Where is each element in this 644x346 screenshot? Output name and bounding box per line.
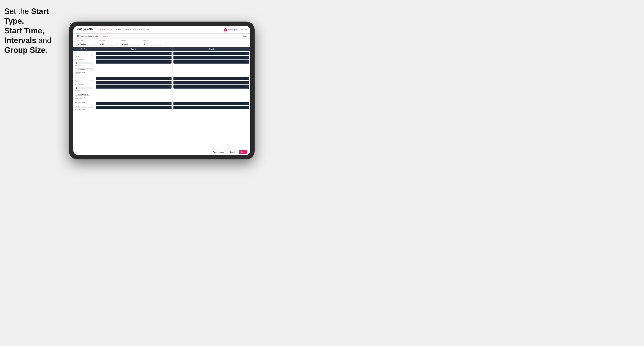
slot-expand-1-2[interactable]: ⊡ [169,57,171,59]
slot-expand-6-1[interactable]: ⊡ [247,103,248,104]
intervals-select[interactable]: 10 Minutes 8 Minutes 12 Minutes [121,43,140,45]
slot-expand-6-2[interactable]: ⊡ [247,107,248,108]
col-team1: Team 1 [95,47,172,51]
slot-expand-4-2[interactable]: ⊡ [247,82,248,84]
player-slot-4-1: ✕ ⊡ [174,77,250,80]
starting-hole-select-2[interactable]: 1210 [75,87,93,89]
slot-x-1-1[interactable]: ✕ [168,53,169,54]
slot-x-2-3[interactable]: ✕ [245,61,246,63]
slot-x-2-1[interactable]: ✕ [245,53,246,54]
remove-group-1[interactable]: ○ Remove Group [75,72,93,73]
nav-teams[interactable]: TEAMS [115,28,122,31]
slot-x-4-2[interactable]: ✕ [245,82,246,84]
slot-x-4-1[interactable]: ✕ [245,78,246,79]
navbar: SCOREBOARD Powered by clipp TOURNAMENTS … [73,26,250,34]
start-type-wrapper[interactable]: 1st Tee Start Shotgun Start [77,42,96,45]
nav-committee[interactable]: COMMITTEE [125,28,136,31]
group-size-group: Group Size 3 2 4 [143,40,162,45]
slot-x-5-2[interactable]: ✕ [168,107,169,108]
breadcrumb-separator: > [100,35,101,37]
start-time-wrapper[interactable]: 10:00 09:00 11:00 [99,42,118,45]
action-links-1: ○ Remove Group + Add Group [75,72,93,75]
add-group-2[interactable]: + Add Group [75,98,93,99]
slot-expand-2-3[interactable]: ⊡ [247,61,248,63]
nav-rankings[interactable]: RANKINGS [139,28,149,31]
starting-time-input-wrapper-2[interactable]: 🕐 [75,79,93,83]
back-button[interactable]: < Back [242,35,247,37]
slot-expand-5-1[interactable]: ⊡ [169,103,171,104]
starting-time-input-wrapper-3[interactable]: 🕐 [75,104,93,108]
intervals-wrapper[interactable]: 10 Minutes 8 Minutes 12 Minutes [121,42,140,45]
group-size-wrapper[interactable]: 3 2 4 [143,42,162,45]
starting-time-label-1: STARTING TIME: [75,52,93,54]
slot-expand-3-2[interactable]: ⊡ [169,82,171,84]
group-row-3: STARTING TIME: 🕐 STARTING HOLE: ✕ ⊡ [73,101,250,112]
player-slot-2-3: ✕ ⊡ [174,60,250,64]
slot-expand-5-2[interactable]: ⊡ [169,107,171,108]
slot-x-3-3[interactable]: ✕ [168,86,169,88]
table-header: Tee Time Team 1 Team 2 [73,47,250,51]
starting-time-input-1[interactable] [75,55,93,58]
starting-hole-select-1[interactable]: 1210 [75,62,93,64]
starting-time-label-3: STARTING TIME: [75,102,93,103]
slot-expand-2-1[interactable]: ⊡ [247,53,248,54]
course-more-1[interactable]: ▾ [91,69,92,70]
slot-expand-4-1[interactable]: ⊡ [247,78,248,79]
starting-hole-wrapper-2[interactable]: 1210 [75,86,93,89]
starting-time-input-2[interactable] [75,80,93,83]
slot-x-5-1[interactable]: ✕ [168,103,169,104]
course-remove-1[interactable]: × [89,69,90,70]
intervals-group: Intervals 10 Minutes 8 Minutes 12 Minute… [121,40,140,45]
slot-actions-1-1: ✕ ⊡ [168,53,171,54]
slot-actions-2-2: ✕ ⊡ [245,57,248,59]
slot-x-6-1[interactable]: ✕ [245,103,246,104]
player-slot-3-2: ✕ ⊡ [96,81,172,84]
start-time-select[interactable]: 10:00 09:00 11:00 [99,43,118,45]
player-slot-1-2: ✕ ⊡ [96,56,172,59]
slot-expand-2-2[interactable]: ⊡ [247,57,248,59]
col-team2: Team 2 [172,47,250,51]
group-size-select[interactable]: 3 2 4 [143,43,162,45]
sign-out-link[interactable]: Sign out [241,29,247,30]
add-group-1[interactable]: + Add Group [75,73,93,75]
main-content: Tee Time Team 1 Team 2 STARTING TIME: 🕐 … [73,47,250,149]
player-slot-5-1: ✕ ⊡ [96,102,172,105]
clock-icon-1: 🕐 [91,55,92,57]
slot-x-4-3[interactable]: ✕ [245,86,246,88]
breadcrumb-logo: C [77,35,80,37]
starting-time-input-3[interactable] [75,105,93,108]
start-type-select[interactable]: 1st Tee Start Shotgun Start [77,43,96,45]
save-button[interactable]: Save [238,150,247,154]
nav-tournaments[interactable]: TOURNAMENTS [98,28,112,31]
starting-time-label-2: STARTING TIME: [75,77,93,79]
slot-expand-3-1[interactable]: ⊡ [169,78,171,79]
slot-x-2-2[interactable]: ✕ [245,57,246,59]
cancel-button[interactable]: Cancel [228,150,237,154]
slot-x-3-1[interactable]: ✕ [168,78,169,79]
reset-changes-button[interactable]: Reset Changes [210,150,226,154]
slot-expand-4-3[interactable]: ⊡ [247,86,248,88]
nav-links: TOURNAMENTS TEAMS COMMITTEE RANKINGS [98,28,224,31]
slot-x-1-2[interactable]: ✕ [168,57,169,59]
course-more-2[interactable]: ▾ [88,94,89,95]
player-slot-1-3: ✕ ⊡ [96,60,172,64]
course-remove-2[interactable]: × [87,94,88,95]
course-label-2: COURSE: [75,90,93,92]
starting-time-input-wrapper-1[interactable]: 🕐 [75,54,93,58]
player-slot-2-1: ✕ ⊡ [174,52,250,55]
intervals-label: Intervals [121,40,140,41]
slot-x-6-2[interactable]: ✕ [245,107,246,108]
slot-expand-1-1[interactable]: ⊡ [169,53,171,54]
breadcrumb: C Clippd Invitational (Mar) > Hosting [77,35,108,37]
slot-x-1-3[interactable]: ✕ [168,61,169,63]
player-slot-6-2: ✕ ⊡ [174,106,250,109]
slot-actions-1-2: ✕ ⊡ [168,57,171,59]
instruction-line2: Start Time, [4,26,44,35]
slot-expand-1-3[interactable]: ⊡ [169,61,171,63]
slot-x-3-2[interactable]: ✕ [168,82,169,84]
starting-hole-wrapper-1[interactable]: 1210 [75,61,93,64]
breadcrumb-tournament[interactable]: Clippd Invitational (Mar) [81,35,99,37]
start-type-group: Start Type 1st Tee Start Shotgun Start [77,40,96,45]
slot-expand-3-3[interactable]: ⊡ [169,86,171,88]
remove-group-2[interactable]: ○ Remove Group [75,96,93,98]
